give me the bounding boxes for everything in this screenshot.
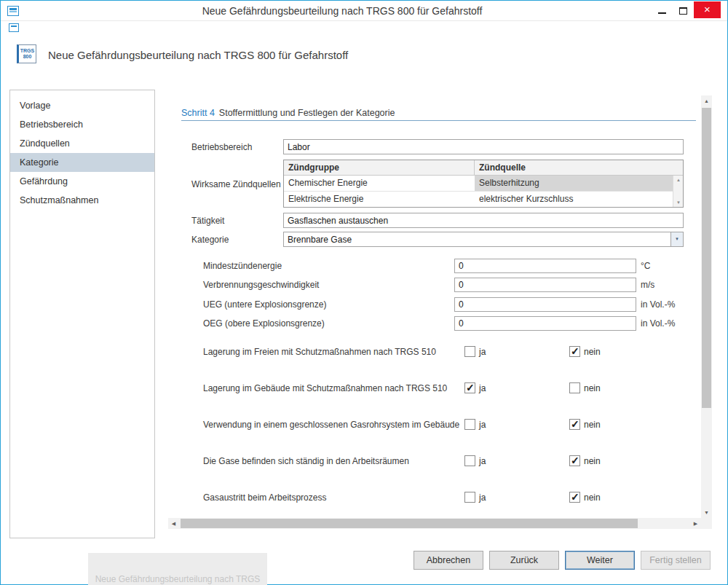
vertical-scrollbar[interactable]: ▲ ▼ xyxy=(701,95,712,518)
scroll-up-icon[interactable]: ▲ xyxy=(673,176,684,184)
step-number: Schritt 4 xyxy=(181,108,215,118)
checkbox-ja[interactable]: ✓ xyxy=(464,455,475,466)
scroll-up-icon[interactable]: ▲ xyxy=(701,95,712,106)
cell-zuendquelle[interactable]: elektrischer Kurzschluss xyxy=(475,192,673,206)
titlebar: Neue Gefährdungsbeurteilung nach TRGS 80… xyxy=(1,1,727,21)
scrollbar-corner xyxy=(701,518,712,529)
abbrechen-button[interactable]: Abbrechen xyxy=(414,551,483,570)
check-icon: ✓ xyxy=(571,455,579,466)
horizontal-scrollbar[interactable]: ◀ ▶ xyxy=(168,518,701,529)
maximize-button[interactable] xyxy=(673,4,692,18)
trgs-800-icon: TRGS 800 xyxy=(17,44,36,63)
close-icon: × xyxy=(704,3,711,15)
mindestzuendenergie-label: Mindestzündenergie xyxy=(203,261,282,271)
betriebsbereich-label: Betriebsbereich xyxy=(191,142,252,152)
numeric-field-row: Mindestzündenergie °C xyxy=(1,259,727,275)
checkbox-row-label: Die Gase befinden sich ständig in den Ar… xyxy=(203,456,409,466)
zuendquellen-label: Wirksame Zündquellen xyxy=(191,179,281,189)
checkbox-row: Verwendung in einem geschlossenen Gasroh… xyxy=(1,419,727,435)
verbrennungsgeschwindigkeit-label: Verbrennungsgeschwindigkeit xyxy=(203,280,319,290)
ja-label: ja xyxy=(479,420,486,430)
checkbox-nein[interactable]: ✓ xyxy=(569,346,580,357)
kategorie-dropdown[interactable]: Brennbare Gase ▼ xyxy=(283,232,684,247)
cell-zuendgruppe[interactable]: Elektrische Energie xyxy=(284,192,475,206)
background-window-artifact: Neue Gefährdungsbeurteilung nach TRGS xyxy=(88,553,267,585)
checkbox-nein[interactable]: ✓ xyxy=(569,419,580,430)
verbrennungsgeschwindigkeit-input[interactable] xyxy=(454,278,636,292)
nein-label: nein xyxy=(584,347,601,357)
step-title: Stoffermittlung und Festlegen der Katego… xyxy=(219,108,395,118)
scroll-left-icon[interactable]: ◀ xyxy=(168,518,179,529)
checkbox-row: Gasaustritt beim Arbeitsprozess ✓ ja ✓ n… xyxy=(1,492,727,508)
checkbox-ja[interactable]: ✓ xyxy=(464,492,475,503)
zuendquellen-table: Zündgruppe Zündquelle Chemischer Energie… xyxy=(283,160,684,208)
horizontal-scrollbar-thumb[interactable] xyxy=(181,519,638,528)
cell-zuendquelle[interactable]: Selbsterhitzung xyxy=(475,176,673,191)
zurueck-button[interactable]: Zurück xyxy=(489,551,559,570)
zuendquellen-table-body: Chemischer Energie Selbsterhitzung Elekt… xyxy=(284,176,683,207)
fertig-stellen-button[interactable]: Fertig stellen xyxy=(641,551,711,570)
kategorie-selected-value: Brennbare Gase xyxy=(288,235,352,245)
checkbox-nein[interactable]: ✓ xyxy=(569,492,580,503)
checkbox-row-label: Lagerung im Gebäude mit Schutzmaßnahmen … xyxy=(203,383,447,393)
taetigkeit-label: Tätigkeit xyxy=(191,216,224,226)
checkbox-row: Lagerung im Gebäude mit Schutzmaßnahmen … xyxy=(1,382,727,398)
table-scrollbar[interactable]: ▲ ▼ xyxy=(673,176,683,207)
check-icon: ✓ xyxy=(571,345,579,357)
unit-label: in Vol.-% xyxy=(641,318,675,329)
ja-label: ja xyxy=(479,456,486,466)
background-artifact-text: Neue Gefährdungsbeurteilung nach TRGS xyxy=(88,574,267,584)
minimize-button[interactable] xyxy=(653,4,672,18)
ja-label: ja xyxy=(479,347,486,357)
vertical-scrollbar-thumb[interactable] xyxy=(702,108,711,408)
nein-label: nein xyxy=(584,456,601,466)
close-button[interactable]: × xyxy=(694,1,721,18)
table-row[interactable]: Chemischer Energie Selbsterhitzung xyxy=(284,176,683,191)
step-heading: Schritt 4Stoffermittlung und Festlegen d… xyxy=(181,108,395,118)
app-icon xyxy=(7,6,19,16)
checkbox-ja[interactable]: ✓ xyxy=(464,419,475,430)
taetigkeit-input[interactable] xyxy=(283,213,684,228)
sidebar-item-vorlage[interactable]: Vorlage xyxy=(10,96,154,115)
column-header-zuendgruppe[interactable]: Zündgruppe xyxy=(284,160,475,175)
sidebar-item-gefaehrdung[interactable]: Gefährdung xyxy=(10,172,154,191)
trgs-icon-line2: 800 xyxy=(23,54,32,60)
sidebar-item-schutzmassnahmen[interactable]: Schutzmaßnahmen xyxy=(10,191,154,210)
check-icon: ✓ xyxy=(466,382,475,393)
dialog-window: Neue Gefährdungsbeurteilung nach TRGS Ne… xyxy=(0,0,728,585)
scroll-down-icon[interactable]: ▼ xyxy=(701,507,712,518)
oeg-label: OEG (obere Explosionsgrenze) xyxy=(203,318,325,329)
betriebsbereich-input[interactable] xyxy=(283,139,684,154)
mindestzuendenergie-input[interactable] xyxy=(454,259,636,273)
sidebar-item-zuendquellen[interactable]: Zündquellen xyxy=(10,134,154,153)
ja-label: ja xyxy=(479,383,486,393)
kategorie-label: Kategorie xyxy=(191,235,229,245)
sidebar-item-kategorie[interactable]: Kategorie xyxy=(10,153,154,172)
table-row[interactable]: Elektrische Energie elektrischer Kurzsch… xyxy=(284,191,683,206)
checkbox-ja[interactable]: ✓ xyxy=(464,382,475,393)
checkbox-ja[interactable]: ✓ xyxy=(464,346,475,357)
oeg-input[interactable] xyxy=(454,316,636,331)
cell-zuendgruppe[interactable]: Chemischer Energie xyxy=(284,176,475,191)
step-heading-divider xyxy=(181,120,696,121)
sidebar-item-betriebsbereich[interactable]: Betriebsbereich xyxy=(10,115,154,134)
check-icon: ✓ xyxy=(571,491,579,503)
checkbox-nein[interactable]: ✓ xyxy=(569,455,580,466)
checkbox-row-label: Gasaustritt beim Arbeitsprozess xyxy=(203,492,326,503)
checkbox-row: Die Gase befinden sich ständig in den Ar… xyxy=(1,455,727,471)
ueg-label: UEG (untere Explosionsgrenze) xyxy=(203,299,326,310)
chevron-down-icon[interactable]: ▼ xyxy=(670,232,683,246)
checkbox-row-label: Verwendung in einem geschlossenen Gasroh… xyxy=(203,420,459,430)
unit-label: m/s xyxy=(641,280,654,290)
weiter-button[interactable]: Weiter xyxy=(565,551,635,570)
ueg-input[interactable] xyxy=(454,297,636,312)
unit-label: °C xyxy=(641,261,650,271)
checkbox-nein[interactable]: ✓ xyxy=(569,382,580,393)
scroll-right-icon[interactable]: ▶ xyxy=(690,518,701,529)
nein-label: nein xyxy=(584,383,601,393)
column-header-zuendquelle[interactable]: Zündquelle xyxy=(475,160,683,175)
scroll-down-icon[interactable]: ▼ xyxy=(673,198,684,207)
trgs-icon-line1: TRGS xyxy=(20,48,34,54)
numeric-field-row: OEG (obere Explosionsgrenze) in Vol.-% xyxy=(1,316,727,332)
maximize-icon xyxy=(679,7,687,15)
